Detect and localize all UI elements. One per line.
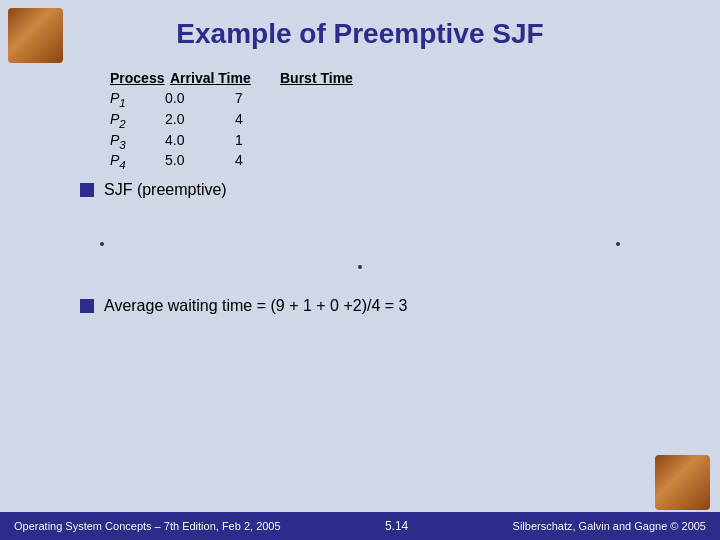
gantt-dots-row [80,229,640,259]
avg-waiting-section: Average waiting time = (9 + 1 + 0 +2)/4 … [0,297,720,315]
gantt-chart-area [80,229,640,289]
table-row: P1 0.0 7 [110,90,640,109]
col-header-process: Process [110,70,170,86]
table-row: P4 5.0 4 [110,152,640,171]
process-sub-3: 3 [119,137,125,150]
footer-page-number: 5.14 [385,519,408,533]
gantt-dot-1 [100,242,104,246]
process-sub-2: 2 [119,117,125,130]
footer-right-text: Silberschatz, Galvin and Gagne © 2005 [513,520,706,532]
process-table: Process Arrival Time Burst Time P1 0.0 7… [110,70,640,171]
arrival-p3: 4.0 [155,132,225,148]
sjf-bullet-item: SJF (preemptive) [80,181,640,199]
arrival-p2: 2.0 [155,111,225,127]
col-header-arrival: Arrival Time [170,70,280,86]
table-row: P2 2.0 4 [110,111,640,130]
process-name-p2: P2 [110,111,155,130]
gantt-dot-2 [616,242,620,246]
arrival-p1: 0.0 [155,90,225,106]
sjf-label: SJF (preemptive) [104,181,227,199]
bullet-square-icon-2 [80,299,94,313]
dino-bottom-right-image [655,455,710,510]
footer-left-text: Operating System Concepts – 7th Edition,… [14,520,281,532]
process-sub-4: 4 [119,158,125,171]
bullet-square-icon [80,183,94,197]
slide: Example of Preemptive SJF Process Arriva… [0,0,720,540]
burst-p2: 4 [225,111,275,127]
process-name-p1: P1 [110,90,155,109]
table-row: P3 4.0 1 [110,132,640,151]
avg-waiting-label: Average waiting time = (9 + 1 + 0 +2)/4 … [104,297,407,315]
dino-top-left-image [8,8,63,63]
burst-p3: 1 [225,132,275,148]
table-header-row: Process Arrival Time Burst Time [110,70,640,86]
slide-title: Example of Preemptive SJF [80,18,640,50]
col-header-burst: Burst Time [280,70,380,86]
gantt-dot-3 [358,265,362,269]
slide-content: Process Arrival Time Burst Time P1 0.0 7… [0,60,720,221]
slide-header: Example of Preemptive SJF [0,0,720,60]
process-name-p4: P4 [110,152,155,171]
burst-p1: 7 [225,90,275,106]
arrival-p4: 5.0 [155,152,225,168]
process-name-p3: P3 [110,132,155,151]
avg-bullet-item: Average waiting time = (9 + 1 + 0 +2)/4 … [80,297,640,315]
slide-footer: Operating System Concepts – 7th Edition,… [0,512,720,540]
process-sub-1: 1 [119,96,125,109]
burst-p4: 4 [225,152,275,168]
